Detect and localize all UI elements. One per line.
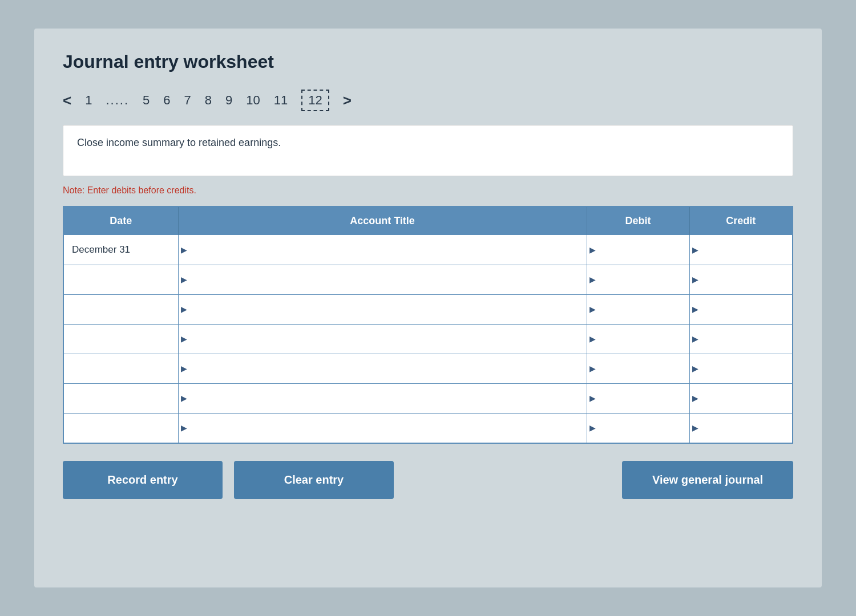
next-arrow[interactable]: > xyxy=(343,92,352,110)
account-input-3[interactable] xyxy=(189,325,587,354)
account-cell-6[interactable]: ▶ xyxy=(178,413,587,443)
account-cell-0[interactable]: ▶ xyxy=(178,235,587,265)
page-1[interactable]: 1 xyxy=(85,93,92,108)
arrow-icon: ▶ xyxy=(589,245,596,254)
table-row: ▶▶▶ xyxy=(64,294,792,324)
account-input-1[interactable] xyxy=(189,265,587,294)
arrow-icon: ▶ xyxy=(181,245,187,254)
debit-input-6[interactable] xyxy=(598,414,689,443)
debit-input-3[interactable] xyxy=(598,325,689,354)
credit-cell-2[interactable]: ▶ xyxy=(689,294,792,324)
arrow-icon: ▶ xyxy=(181,334,187,343)
debit-cell-1[interactable]: ▶ xyxy=(587,265,689,294)
credit-cell-4[interactable]: ▶ xyxy=(689,354,792,383)
table-row: ▶▶▶ xyxy=(64,265,792,294)
table-header-row: Date Account Title Debit Credit xyxy=(64,207,792,235)
clear-entry-button[interactable]: Clear entry xyxy=(234,461,394,499)
description-text: Close income summary to retained earning… xyxy=(77,137,779,149)
col-header-credit: Credit xyxy=(689,207,792,235)
arrow-icon: ▶ xyxy=(181,275,187,284)
credit-cell-1[interactable]: ▶ xyxy=(689,265,792,294)
debit-cell-2[interactable]: ▶ xyxy=(587,294,689,324)
account-cell-1[interactable]: ▶ xyxy=(178,265,587,294)
arrow-icon: ▶ xyxy=(589,423,596,432)
account-cell-3[interactable]: ▶ xyxy=(178,324,587,354)
arrow-icon: ▶ xyxy=(692,305,698,314)
arrow-icon: ▶ xyxy=(589,394,596,403)
credit-input-5[interactable] xyxy=(701,384,793,413)
arrow-icon: ▶ xyxy=(692,394,698,403)
arrow-icon: ▶ xyxy=(692,423,698,432)
date-cell-0: December 31 xyxy=(64,235,178,265)
table-row: December 31▶▶▶ xyxy=(64,235,792,265)
table-row: ▶▶▶ xyxy=(64,354,792,383)
table-row: ▶▶▶ xyxy=(64,413,792,443)
credit-cell-3[interactable]: ▶ xyxy=(689,324,792,354)
date-cell-1 xyxy=(64,265,178,294)
main-container: Journal entry worksheet < 1 ..... 5 6 7 … xyxy=(34,29,822,587)
prev-arrow[interactable]: < xyxy=(63,92,71,110)
debit-input-2[interactable] xyxy=(598,295,689,324)
debit-input-1[interactable] xyxy=(598,265,689,294)
ellipsis: ..... xyxy=(106,93,129,108)
arrow-icon: ▶ xyxy=(589,305,596,314)
account-input-5[interactable] xyxy=(189,384,587,413)
date-cell-2 xyxy=(64,294,178,324)
debit-cell-0[interactable]: ▶ xyxy=(587,235,689,265)
account-input-0[interactable] xyxy=(189,235,587,265)
col-header-date: Date xyxy=(64,207,178,235)
debit-cell-3[interactable]: ▶ xyxy=(587,324,689,354)
arrow-icon: ▶ xyxy=(692,275,698,284)
page-10[interactable]: 10 xyxy=(246,93,260,108)
account-cell-4[interactable]: ▶ xyxy=(178,354,587,383)
page-6[interactable]: 6 xyxy=(163,93,170,108)
debit-cell-5[interactable]: ▶ xyxy=(587,383,689,413)
page-7[interactable]: 7 xyxy=(184,93,191,108)
credit-input-2[interactable] xyxy=(701,295,793,324)
page-9[interactable]: 9 xyxy=(225,93,232,108)
arrow-icon: ▶ xyxy=(692,334,698,343)
debit-input-4[interactable] xyxy=(598,354,689,383)
page-8[interactable]: 8 xyxy=(205,93,212,108)
page-5[interactable]: 5 xyxy=(143,93,150,108)
page-title: Journal entry worksheet xyxy=(63,51,793,72)
credit-cell-0[interactable]: ▶ xyxy=(689,235,792,265)
account-cell-5[interactable]: ▶ xyxy=(178,383,587,413)
arrow-icon: ▶ xyxy=(589,275,596,284)
arrow-icon: ▶ xyxy=(181,394,187,403)
arrow-icon: ▶ xyxy=(181,423,187,432)
account-input-4[interactable] xyxy=(189,354,587,383)
credit-cell-6[interactable]: ▶ xyxy=(689,413,792,443)
debit-input-5[interactable] xyxy=(598,384,689,413)
view-general-journal-button[interactable]: View general journal xyxy=(622,461,793,499)
debit-cell-4[interactable]: ▶ xyxy=(587,354,689,383)
col-header-account: Account Title xyxy=(178,207,587,235)
credit-cell-5[interactable]: ▶ xyxy=(689,383,792,413)
credit-input-4[interactable] xyxy=(701,354,793,383)
date-cell-3 xyxy=(64,324,178,354)
buttons-row: Record entry Clear entry View general jo… xyxy=(63,461,793,499)
pagination: < 1 ..... 5 6 7 8 9 10 11 12 > xyxy=(63,90,793,111)
description-box: Close income summary to retained earning… xyxy=(63,125,793,176)
arrow-icon: ▶ xyxy=(589,334,596,343)
page-11[interactable]: 11 xyxy=(274,93,288,108)
table-row: ▶▶▶ xyxy=(64,383,792,413)
credit-input-1[interactable] xyxy=(701,265,793,294)
table-body: December 31▶▶▶▶▶▶▶▶▶▶▶▶▶▶▶▶▶▶▶▶▶ xyxy=(64,235,792,443)
credit-input-0[interactable] xyxy=(701,235,793,265)
arrow-icon: ▶ xyxy=(181,364,187,373)
record-entry-button[interactable]: Record entry xyxy=(63,461,223,499)
table-row: ▶▶▶ xyxy=(64,324,792,354)
credit-input-3[interactable] xyxy=(701,325,793,354)
page-12-active[interactable]: 12 xyxy=(301,90,329,111)
debit-input-0[interactable] xyxy=(598,235,689,265)
account-input-2[interactable] xyxy=(189,295,587,324)
credit-input-6[interactable] xyxy=(701,414,793,443)
arrow-icon: ▶ xyxy=(692,364,698,373)
arrow-icon: ▶ xyxy=(181,305,187,314)
account-cell-2[interactable]: ▶ xyxy=(178,294,587,324)
note-text: Note: Enter debits before credits. xyxy=(63,185,793,196)
account-input-6[interactable] xyxy=(189,414,587,443)
debit-cell-6[interactable]: ▶ xyxy=(587,413,689,443)
journal-table: Date Account Title Debit Credit December… xyxy=(64,207,792,443)
